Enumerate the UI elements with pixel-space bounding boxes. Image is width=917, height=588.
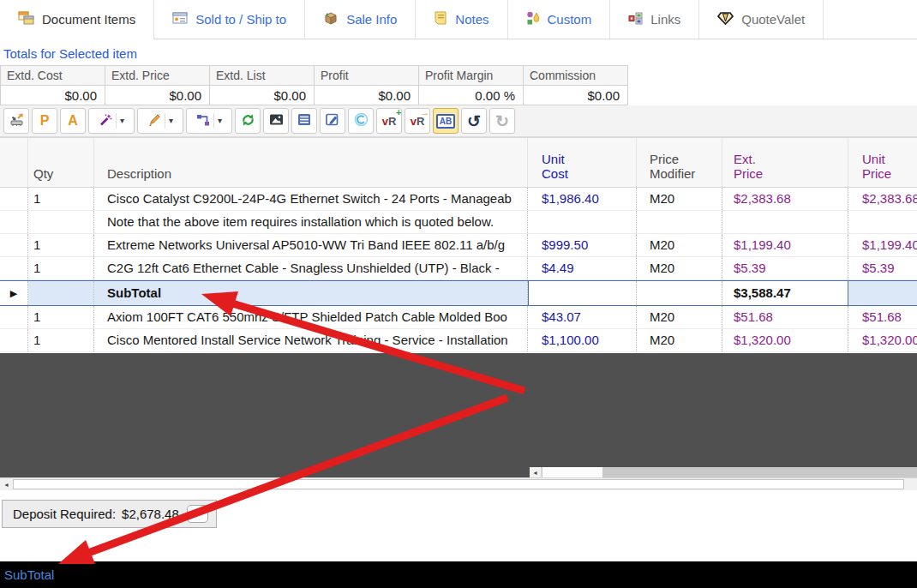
description-cell[interactable]: Axiom 100FT CAT6 550mhz S/FTP Shielded P…	[94, 306, 528, 328]
unit-price-cell[interactable]: $5.39	[848, 257, 917, 279]
scrollbar-thumb[interactable]	[13, 479, 904, 489]
vendor-rep-add-button[interactable]: vR+	[376, 108, 402, 134]
unit-price-cell[interactable]: $51.68	[848, 306, 917, 328]
chevron-down-icon[interactable]: ▾	[218, 117, 222, 125]
description-cell[interactable]: C2G 12ft Cat6 Ethernet Cable - Snagless …	[94, 257, 528, 279]
ext-price-cell[interactable]: $1,199.40	[722, 234, 848, 256]
edit-item-button[interactable]	[320, 108, 345, 134]
font-button[interactable]: A	[60, 108, 86, 134]
tab-links[interactable]: Links	[610, 0, 699, 39]
column-header-unit-cost[interactable]: UnitCost	[528, 138, 637, 187]
tab-quotevalet[interactable]: QuoteValet	[699, 0, 824, 39]
chevron-down-icon[interactable]: ▾	[120, 117, 124, 125]
qty-cell[interactable]: 1	[28, 234, 94, 256]
description-cell[interactable]: SubTotal	[94, 281, 528, 305]
unit-price-cell[interactable]: $1,199.40	[848, 234, 917, 256]
totals-value-profit: $0.00	[315, 86, 419, 105]
items-toolbar: P A ▾ ▾ ▾ vR+ vR→ AB ↺ ↺	[0, 105, 917, 137]
qty-cell[interactable]	[28, 211, 94, 233]
tab-sold-to-ship-to[interactable]: Sold to / Ship to	[154, 0, 305, 39]
unit-cost-cell[interactable]	[528, 211, 637, 233]
unit-cost-cell[interactable]: $999.50	[528, 234, 637, 256]
totals-header-commission: Commission	[524, 66, 628, 86]
price-modifier-cell[interactable]: M20	[637, 188, 722, 210]
column-header-price-modifier[interactable]: PriceModifier	[637, 138, 722, 187]
highlighter-button[interactable]: ▾	[137, 108, 183, 134]
unit-cost-cell[interactable]: $4.49	[528, 257, 637, 279]
column-header-unit-price[interactable]: UnitPrice	[848, 138, 917, 187]
ext-price-cell[interactable]: $1,320.00	[722, 329, 848, 351]
table-row[interactable]: 1 Cisco Catalyst C9200L-24P-4G Ethernet …	[0, 188, 917, 211]
scrollbar-thumb[interactable]	[542, 467, 602, 477]
tab-sale-info[interactable]: Sale Info	[305, 0, 416, 39]
unit-price-cell[interactable]	[848, 281, 917, 305]
ab-toggle-button[interactable]: AB	[433, 108, 458, 134]
tab-notes[interactable]: Notes	[416, 0, 507, 39]
refresh-button[interactable]	[235, 108, 261, 134]
grid-header-row: Qty Description UnitCost PriceModifier E…	[0, 138, 917, 188]
totals-header-extd-cost: Extd. Cost	[1, 66, 105, 86]
grid-horizontal-scrollbar[interactable]: ◂	[530, 467, 917, 477]
price-modifier-cell[interactable]: M20	[637, 234, 722, 256]
price-modifier-cell[interactable]: M20	[637, 257, 722, 279]
price-modifier-cell[interactable]: M20	[637, 329, 722, 351]
column-header-description[interactable]: Description	[94, 138, 528, 187]
row-marker-cell	[0, 211, 28, 233]
panel-horizontal-scrollbar[interactable]: ◂	[0, 477, 917, 490]
vendor-rep-send-icon: vR→	[411, 116, 425, 127]
unit-cost-cell[interactable]: $43.07	[528, 306, 637, 328]
deposit-toggle-button[interactable]	[187, 505, 208, 523]
etilize-button[interactable]	[348, 108, 374, 134]
qty-cell[interactable]	[28, 281, 94, 305]
tab-document-items[interactable]: Document Items	[0, 0, 154, 39]
paste-special-button[interactable]: P	[32, 108, 57, 134]
redo-button[interactable]: ↺	[489, 108, 515, 134]
table-row[interactable]: 1 Axiom 100FT CAT6 550mhz S/FTP Shielded…	[0, 306, 917, 329]
picture-button[interactable]	[263, 108, 289, 134]
undo-button[interactable]: ↺	[461, 108, 487, 134]
ext-price-cell[interactable]: $3,588.47	[722, 281, 848, 305]
qty-cell[interactable]: 1	[28, 257, 94, 279]
tab-label: QuoteValet	[741, 12, 805, 27]
qty-cell[interactable]: 1	[28, 188, 94, 210]
price-modifier-cell[interactable]	[637, 281, 722, 305]
configurator-button[interactable]	[3, 108, 29, 134]
ext-price-cell[interactable]: $2,383.68	[722, 188, 848, 210]
table-row[interactable]: 1 C2G 12ft Cat6 Ethernet Cable - Snagles…	[0, 257, 917, 280]
vendor-rep-send-button[interactable]: vR→	[405, 108, 430, 134]
unit-cost-cell[interactable]: $1,100.00	[528, 329, 637, 351]
unit-cost-cell[interactable]: $1,986.40	[528, 188, 637, 210]
table-row[interactable]: 1 Extreme Networks Universal AP5010-WW T…	[0, 234, 917, 257]
vendor-rep-add-icon: vR+	[382, 116, 397, 127]
price-modifier-cell[interactable]: M20	[637, 306, 722, 328]
price-modifier-cell[interactable]	[637, 211, 722, 233]
table-row[interactable]: 1 Cisco Mentored Install Service Network…	[0, 329, 917, 352]
column-header-ext-price[interactable]: Ext.Price	[722, 138, 848, 187]
ext-price-cell[interactable]: $51.68	[722, 306, 848, 328]
ext-price-cell[interactable]	[722, 211, 848, 233]
unit-price-cell[interactable]: $1,320.00	[848, 329, 917, 351]
line-items-button[interactable]	[291, 108, 317, 134]
row-marker-cell	[0, 234, 28, 256]
scroll-left-arrow-icon[interactable]: ◂	[530, 467, 542, 477]
chevron-down-icon[interactable]: ▾	[169, 117, 173, 125]
qty-cell[interactable]: 1	[28, 306, 94, 328]
package-icon	[323, 11, 339, 27]
grouping-button[interactable]: ▾	[186, 108, 232, 134]
description-cell[interactable]: Cisco Catalyst C9200L-24P-4G Ethernet Sw…	[94, 188, 528, 210]
description-cell[interactable]: Cisco Mentored Install Service Network T…	[94, 329, 528, 351]
ext-price-cell[interactable]: $5.39	[722, 257, 848, 279]
unit-cost-cell[interactable]	[528, 281, 637, 305]
description-cell[interactable]: Note that the above item requires instal…	[94, 211, 528, 233]
qty-cell[interactable]: 1	[28, 329, 94, 351]
unit-price-cell[interactable]: $2,383.68	[848, 188, 917, 210]
scroll-left-arrow-icon[interactable]: ◂	[0, 478, 13, 490]
magic-wand-button[interactable]: ▾	[88, 108, 135, 134]
divider	[116, 113, 117, 129]
column-header-qty[interactable]: Qty	[28, 138, 94, 187]
tab-custom[interactable]: Custom	[508, 0, 611, 39]
description-cell[interactable]: Extreme Networks Universal AP5010-WW Tri…	[94, 234, 528, 256]
table-row[interactable]: Note that the above item requires instal…	[0, 211, 917, 234]
unit-price-cell[interactable]	[848, 211, 917, 233]
table-row-subtotal-selected[interactable]: ▶ SubTotal $3,588.47	[0, 280, 917, 306]
